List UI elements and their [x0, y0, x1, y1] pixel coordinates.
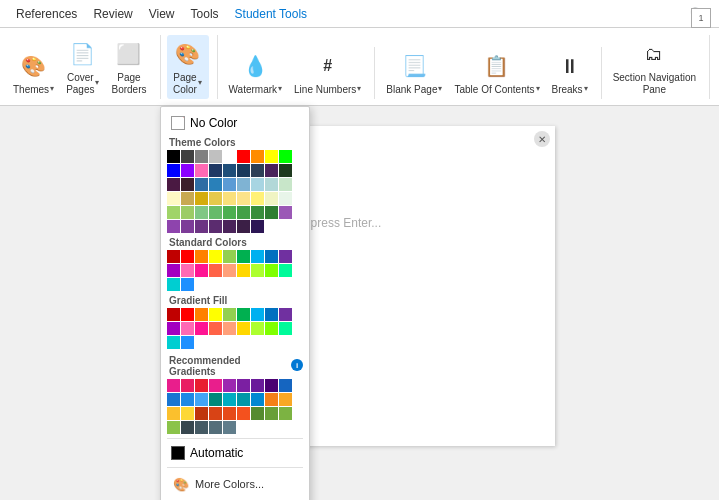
- color-swatch[interactable]: [251, 393, 264, 406]
- color-swatch[interactable]: [265, 250, 278, 263]
- color-swatch[interactable]: [279, 150, 292, 163]
- color-swatch[interactable]: [167, 220, 180, 233]
- color-swatch[interactable]: [181, 250, 194, 263]
- cover-pages-button[interactable]: 📄 CoverPages ▾: [61, 35, 104, 99]
- color-swatch[interactable]: [195, 150, 208, 163]
- color-swatch[interactable]: [167, 192, 180, 205]
- color-swatch[interactable]: [279, 178, 292, 191]
- color-swatch[interactable]: [265, 192, 278, 205]
- page-color-button[interactable]: 🎨 PageColor ▾: [167, 35, 209, 99]
- color-swatch[interactable]: [237, 264, 250, 277]
- color-swatch[interactable]: [265, 407, 278, 420]
- color-swatch[interactable]: [279, 192, 292, 205]
- section-navigation-pane-button[interactable]: 🗂 Section NavigationPane: [608, 35, 701, 99]
- color-swatch[interactable]: [209, 308, 222, 321]
- color-swatch[interactable]: [209, 322, 222, 335]
- color-swatch[interactable]: [279, 407, 292, 420]
- color-swatch[interactable]: [237, 178, 250, 191]
- color-swatch[interactable]: [209, 150, 222, 163]
- color-swatch[interactable]: [181, 278, 194, 291]
- color-swatch[interactable]: [181, 421, 194, 434]
- color-swatch[interactable]: [237, 164, 250, 177]
- color-swatch[interactable]: [209, 264, 222, 277]
- color-swatch[interactable]: [237, 192, 250, 205]
- color-swatch[interactable]: [209, 178, 222, 191]
- color-swatch[interactable]: [181, 206, 194, 219]
- color-swatch[interactable]: [237, 250, 250, 263]
- color-swatch[interactable]: [209, 206, 222, 219]
- color-swatch[interactable]: [251, 407, 264, 420]
- menu-review[interactable]: Review: [85, 3, 140, 25]
- color-swatch[interactable]: [265, 393, 278, 406]
- color-swatch[interactable]: [209, 393, 222, 406]
- color-swatch[interactable]: [167, 421, 180, 434]
- color-swatch[interactable]: [209, 421, 222, 434]
- color-swatch[interactable]: [223, 220, 236, 233]
- color-swatch[interactable]: [167, 250, 180, 263]
- color-swatch[interactable]: [223, 407, 236, 420]
- color-swatch[interactable]: [195, 178, 208, 191]
- color-swatch[interactable]: [279, 393, 292, 406]
- eyedropper-option[interactable]: 💉 Eyedropper: [167, 496, 303, 500]
- color-swatch[interactable]: [251, 178, 264, 191]
- color-swatch[interactable]: [251, 250, 264, 263]
- color-swatch[interactable]: [279, 264, 292, 277]
- color-swatch[interactable]: [167, 164, 180, 177]
- color-swatch[interactable]: [265, 178, 278, 191]
- menu-student-tools[interactable]: Student Tools: [227, 3, 316, 25]
- color-swatch[interactable]: [251, 379, 264, 392]
- color-swatch[interactable]: [209, 192, 222, 205]
- color-swatch[interactable]: [181, 393, 194, 406]
- themes-button[interactable]: 🎨 Themes ▾: [8, 47, 59, 99]
- color-swatch[interactable]: [167, 278, 180, 291]
- more-colors-option[interactable]: 🎨 More Colors...: [167, 472, 303, 496]
- color-swatch[interactable]: [167, 393, 180, 406]
- color-swatch[interactable]: [195, 164, 208, 177]
- color-swatch[interactable]: [181, 192, 194, 205]
- color-swatch[interactable]: [223, 322, 236, 335]
- color-swatch[interactable]: [181, 178, 194, 191]
- color-swatch[interactable]: [195, 206, 208, 219]
- color-swatch[interactable]: [223, 164, 236, 177]
- color-swatch[interactable]: [237, 150, 250, 163]
- menu-view[interactable]: View: [141, 3, 183, 25]
- color-swatch[interactable]: [209, 220, 222, 233]
- color-swatch[interactable]: [251, 308, 264, 321]
- color-swatch[interactable]: [251, 220, 264, 233]
- color-swatch[interactable]: [223, 178, 236, 191]
- color-swatch[interactable]: [223, 393, 236, 406]
- color-swatch[interactable]: [181, 264, 194, 277]
- color-swatch[interactable]: [223, 379, 236, 392]
- color-swatch[interactable]: [195, 264, 208, 277]
- color-swatch[interactable]: [279, 322, 292, 335]
- color-swatch[interactable]: [209, 164, 222, 177]
- color-swatch[interactable]: [237, 379, 250, 392]
- color-swatch[interactable]: [167, 322, 180, 335]
- close-button[interactable]: ✕: [534, 131, 550, 147]
- color-swatch[interactable]: [223, 250, 236, 263]
- color-swatch[interactable]: [181, 150, 194, 163]
- color-swatch[interactable]: [265, 206, 278, 219]
- color-swatch[interactable]: [181, 308, 194, 321]
- color-swatch[interactable]: [195, 322, 208, 335]
- color-swatch[interactable]: [167, 206, 180, 219]
- watermark-button[interactable]: 💧 Watermark ▾: [224, 47, 288, 99]
- color-swatch[interactable]: [167, 264, 180, 277]
- color-swatch[interactable]: [237, 206, 250, 219]
- color-swatch[interactable]: [265, 150, 278, 163]
- color-swatch[interactable]: [279, 206, 292, 219]
- color-swatch[interactable]: [167, 178, 180, 191]
- color-swatch[interactable]: [265, 322, 278, 335]
- color-swatch[interactable]: [223, 264, 236, 277]
- color-swatch[interactable]: [237, 220, 250, 233]
- color-swatch[interactable]: [237, 322, 250, 335]
- color-swatch[interactable]: [167, 336, 180, 349]
- color-swatch[interactable]: [195, 192, 208, 205]
- color-swatch[interactable]: [251, 150, 264, 163]
- color-swatch[interactable]: [195, 407, 208, 420]
- line-numbers-button[interactable]: # Line Numbers ▾: [289, 47, 366, 99]
- table-of-contents-button[interactable]: 📋 Table Of Contents ▾: [449, 47, 544, 99]
- blank-page-button[interactable]: 📃 Blank Page ▾: [381, 47, 447, 99]
- color-swatch[interactable]: [237, 407, 250, 420]
- color-swatch[interactable]: [223, 150, 236, 163]
